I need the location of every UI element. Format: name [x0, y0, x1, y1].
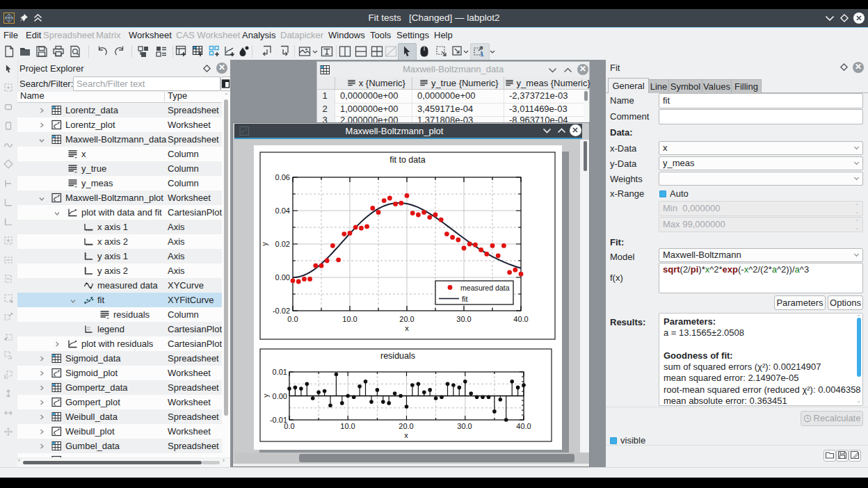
svg-text:x: x	[405, 324, 409, 332]
svg-text:0.06: 0.06	[275, 173, 290, 181]
svg-text:-0.02: -0.02	[273, 307, 290, 315]
svg-text:x: x	[404, 431, 408, 439]
svg-text:20.0: 20.0	[399, 422, 413, 430]
svg-text:1: 1	[481, 51, 484, 58]
svg-text:40.0: 40.0	[516, 422, 531, 430]
svg-text:fit to data: fit to data	[389, 155, 425, 165]
svg-text:fit: fit	[462, 295, 468, 303]
svg-text:10.0: 10.0	[342, 315, 357, 323]
svg-text:residuals: residuals	[380, 351, 415, 361]
svg-text:0.0: 0.0	[287, 315, 298, 323]
svg-text:0.00: 0.00	[275, 273, 290, 282]
svg-text:y: y	[262, 393, 270, 398]
svg-text:30.0: 30.0	[456, 315, 471, 323]
svg-text:20.0: 20.0	[399, 315, 414, 323]
svg-text:y: y	[260, 242, 268, 246]
svg-text:0.04: 0.04	[275, 206, 290, 215]
svg-text:10.0: 10.0	[340, 422, 355, 430]
svg-text:30.0: 30.0	[457, 422, 472, 430]
svg-text:0.0: 0.0	[284, 422, 294, 430]
svg-text:0.00: 0.00	[273, 392, 287, 400]
svg-text:40.0: 40.0	[513, 315, 528, 323]
svg-text:0.01: 0.01	[273, 368, 287, 376]
svg-text:measured data: measured data	[460, 284, 510, 292]
svg-text:0.02: 0.02	[275, 240, 290, 248]
